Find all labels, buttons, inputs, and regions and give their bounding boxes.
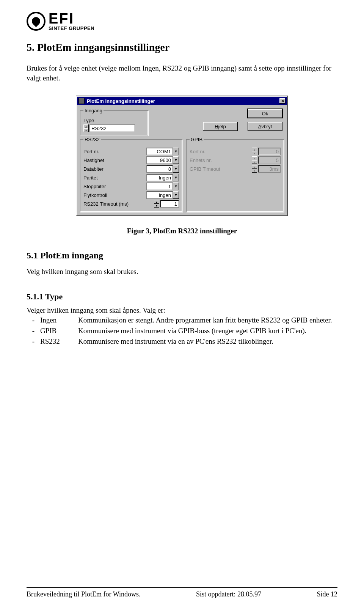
chevron-down-icon: ▼ bbox=[252, 151, 257, 155]
kort-nr-value: 0 bbox=[276, 149, 279, 154]
legend-gpib: GPIB bbox=[190, 137, 204, 142]
chevron-up-icon: ▲ bbox=[252, 148, 257, 151]
port-value: COM1 bbox=[157, 149, 171, 154]
label-hastighet: Hastighet bbox=[83, 157, 104, 163]
heading-3: 5.1.1 Type bbox=[27, 292, 337, 302]
group-rs232: RS232 Port nr. COM1▼ Hastighet 9600▼ Dat… bbox=[80, 139, 182, 212]
dialog-app-icon bbox=[78, 98, 85, 104]
chevron-down-icon: ▼ bbox=[173, 182, 179, 190]
label-kort-nr: Kort nr. bbox=[190, 149, 206, 154]
chevron-down-icon: ▼ bbox=[173, 156, 179, 164]
dialog-plotem-inngang: PlotEm inngangsinnstillinger ✕ Inngang T… bbox=[76, 96, 288, 216]
list-intro: Velger hvilken inngang som skal åpnes. V… bbox=[27, 306, 337, 315]
label-stoppbiter: Stoppbiter bbox=[83, 184, 106, 189]
option-key: RS232 bbox=[40, 337, 78, 346]
chevron-up-icon: ▲ bbox=[252, 165, 257, 169]
list-item: -RS232Kommunisere med instrument via en … bbox=[27, 337, 337, 346]
hastighet-value: 9600 bbox=[160, 157, 171, 163]
header-logo: EFI SINTEF GRUPPEN bbox=[27, 11, 337, 31]
list-item: -GPIBKommunisere med instrument via GPIB… bbox=[27, 326, 337, 336]
intro-paragraph: Brukes for å velge enhet (velge mellom I… bbox=[27, 63, 337, 83]
help-u: H bbox=[215, 124, 218, 129]
list-item: -IngenKommunikasjon er stengt. Andre pro… bbox=[27, 315, 337, 325]
chevron-up-icon: ▲ bbox=[83, 124, 89, 128]
legend-inngang: Inngang bbox=[83, 108, 104, 113]
stoppbiter-dropdown[interactable]: 1▼ bbox=[146, 182, 179, 190]
dialog-titlebar: PlotEm inngangsinnstillinger ✕ bbox=[77, 97, 287, 105]
footer-right: Side 12 bbox=[317, 590, 337, 598]
paritet-dropdown[interactable]: Ingen▼ bbox=[146, 174, 179, 181]
flytkontroll-value: Ingen bbox=[158, 192, 171, 198]
ok-label: Ok bbox=[262, 111, 268, 116]
help-rest: jelp bbox=[218, 124, 226, 129]
chevron-down-icon: ▼ bbox=[173, 174, 179, 181]
type-value: RS232 bbox=[91, 126, 107, 131]
group-inngang: Inngang Type ▲ ▼ RS232 bbox=[80, 110, 148, 135]
option-desc: Kommunisere med instrument via GPIB-buss… bbox=[78, 326, 337, 336]
figure-caption: Figur 3, PlotEm RS232 innstillinger bbox=[27, 227, 337, 235]
option-key: GPIB bbox=[40, 326, 78, 336]
flytkontroll-dropdown[interactable]: Ingen▼ bbox=[146, 191, 179, 199]
hastighet-dropdown[interactable]: 9600▼ bbox=[146, 156, 179, 164]
enhets-nr-value: 5 bbox=[276, 157, 279, 163]
label-gpib-timeout: GPIB Timeout bbox=[190, 166, 220, 172]
databiter-value: 8 bbox=[168, 166, 171, 172]
chevron-down-icon: ▼ bbox=[173, 165, 179, 173]
logo-icon bbox=[27, 12, 46, 31]
label-rs232-timeout: RS232 Timeout (ms) bbox=[83, 201, 129, 207]
chevron-up-icon: ▲ bbox=[252, 156, 257, 160]
option-key: Ingen bbox=[40, 315, 78, 325]
chevron-up-icon: ▲ bbox=[154, 200, 159, 204]
paritet-value: Ingen bbox=[158, 175, 171, 181]
type-spinner[interactable]: ▲ ▼ bbox=[83, 124, 89, 132]
label-databiter: Databiter bbox=[83, 166, 104, 172]
stoppbiter-value: 1 bbox=[168, 184, 171, 189]
page-footer: Brukeveiledning til PlotEm for Windows. … bbox=[27, 590, 337, 598]
legend-rs232: RS232 bbox=[83, 137, 101, 142]
enhets-nr-spinner: ▲▼ 5 bbox=[252, 156, 281, 164]
cancel-rest: vbryt bbox=[261, 124, 272, 129]
dialog-title: PlotEm inngangsinnstillinger bbox=[87, 98, 155, 104]
chevron-down-icon: ▼ bbox=[154, 204, 159, 208]
footer-mid: Sist oppdatert: 28.05.97 bbox=[196, 590, 261, 598]
label-paritet: Paritet bbox=[83, 175, 98, 181]
type-options-list: -IngenKommunikasjon er stengt. Andre pro… bbox=[27, 315, 337, 346]
heading-1: 5. PlotEm inngangsinnstillinger bbox=[27, 41, 337, 53]
close-icon: ✕ bbox=[281, 99, 284, 104]
cancel-u: A bbox=[258, 124, 261, 129]
label-flytkontroll: Flytkontroll bbox=[83, 192, 107, 198]
label-port: Port nr. bbox=[83, 149, 99, 154]
chevron-down-icon: ▼ bbox=[252, 160, 257, 164]
databiter-dropdown[interactable]: 8▼ bbox=[146, 165, 179, 173]
cancel-button[interactable]: Avbryt bbox=[248, 122, 282, 131]
ok-button[interactable]: Ok bbox=[248, 109, 282, 118]
rs232-timeout-spinner[interactable]: ▲▼ 1 bbox=[154, 200, 179, 208]
chevron-down-icon: ▼ bbox=[173, 148, 179, 155]
option-desc: Kommunikasjon er stengt. Andre programme… bbox=[78, 315, 337, 325]
type-field[interactable]: RS232 bbox=[89, 124, 135, 132]
chevron-down-icon: ▼ bbox=[173, 191, 179, 199]
option-desc: Kommunisere med instrument via en av PC'… bbox=[78, 337, 337, 346]
label-type: Type bbox=[83, 118, 145, 123]
chevron-down-icon: ▼ bbox=[252, 169, 257, 173]
logo-efi: EFI bbox=[49, 11, 94, 26]
help-button[interactable]: Hjelp bbox=[203, 122, 238, 131]
footer-left: Brukeveiledning til PlotEm for Windows. bbox=[27, 590, 140, 598]
gpib-timeout-spinner: ▲▼ 3ms bbox=[252, 165, 281, 173]
label-enhets-nr: Enhets nr. bbox=[190, 157, 212, 163]
gpib-timeout-value: 3ms bbox=[269, 166, 279, 172]
footer-divider bbox=[27, 587, 337, 588]
chevron-down-icon: ▼ bbox=[83, 128, 89, 132]
close-button[interactable]: ✕ bbox=[279, 98, 286, 104]
port-dropdown[interactable]: COM1▼ bbox=[146, 148, 179, 155]
rs232-timeout-value: 1 bbox=[174, 201, 177, 207]
group-gpib: GPIB Kort nr. ▲▼ 0 Enhets nr. ▲▼ 5 GPIB … bbox=[186, 139, 284, 212]
section-paragraph: Velg hvilken inngang som skal brukes. bbox=[27, 267, 337, 276]
kort-nr-spinner: ▲▼ 0 bbox=[252, 148, 281, 155]
heading-2: 5.1 PlotEm inngang bbox=[27, 250, 337, 261]
logo-sintef: SINTEF GRUPPEN bbox=[49, 26, 94, 31]
